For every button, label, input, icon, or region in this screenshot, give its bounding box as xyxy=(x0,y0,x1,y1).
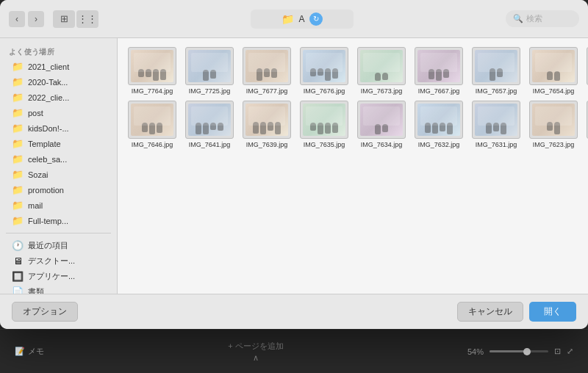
file-name: IMG_7652.jpg xyxy=(585,87,588,95)
content-area: よく使う場所 📁 2021_client 📁 2020-Tak... 📁 202… xyxy=(0,38,588,294)
sidebar-item-label: post xyxy=(28,109,105,117)
back-icon: ‹ xyxy=(15,14,18,24)
folder-icon: 📁 xyxy=(12,61,24,72)
zoom-percent: 54% xyxy=(467,347,484,356)
view-list-button[interactable]: ⋮⋮ xyxy=(76,10,98,28)
file-item[interactable]: IMG_7621.jpg xyxy=(585,101,588,148)
file-name: IMG_7631.jpg xyxy=(470,141,522,148)
sidebar-item-label: デスクトー... xyxy=(28,256,105,267)
sidebar-item-label: kidsDon!-... xyxy=(28,124,105,133)
sidebar-item-library[interactable]: 📄 書類 xyxy=(3,284,114,294)
file-item[interactable]: IMG_7623.jpg xyxy=(528,101,579,148)
file-item[interactable]: IMG_7634.jpg xyxy=(356,101,407,148)
folder-icon: 📁 xyxy=(12,138,24,149)
file-item[interactable]: IMG_7764.jpg xyxy=(126,47,178,95)
sidebar-item-2020tak[interactable]: 📁 2020-Tak... xyxy=(3,74,114,90)
memo-label: メモ xyxy=(28,346,44,357)
sidebar-item-mail[interactable]: 📁 mail xyxy=(3,198,114,213)
file-area: IMG_7764.jpgIMG_7725.jpgIMG_7677.jpgIMG_… xyxy=(118,38,588,294)
options-button[interactable]: オプション xyxy=(12,302,78,322)
finder-dialog: ‹ › ⊞ ⋮⋮ 📁 A ↻ 🔍 検索 xyxy=(0,0,588,329)
file-item[interactable]: IMG_7639.jpg xyxy=(241,101,293,148)
location-bar[interactable]: 📁 A ↻ xyxy=(251,10,354,29)
zoom-fill xyxy=(490,350,525,352)
folder-icon: 📁 xyxy=(12,169,24,180)
sidebar-item-kidsdont[interactable]: 📁 kidsDon!-... xyxy=(3,120,114,136)
zoom-controls: 54% ⊡ ⤢ xyxy=(467,347,573,356)
file-grid-row-1: IMG_7764.jpgIMG_7725.jpgIMG_7677.jpgIMG_… xyxy=(126,47,579,95)
sidebar-item-2021client[interactable]: 📁 2021_client xyxy=(3,59,114,74)
note-icon: 📝 xyxy=(15,347,25,356)
file-item[interactable]: IMG_7646.jpg xyxy=(126,101,178,148)
sidebar: よく使う場所 📁 2021_client 📁 2020-Tak... 📁 202… xyxy=(0,38,118,294)
file-item[interactable]: IMG_7676.jpg xyxy=(298,47,350,95)
file-item[interactable]: IMG_7631.jpg xyxy=(470,101,522,148)
sidebar-item-post[interactable]: 📁 post xyxy=(3,105,114,120)
search-placeholder: 検索 xyxy=(526,13,542,24)
folder-icon: 📁 xyxy=(282,13,294,25)
file-item[interactable]: IMG_7725.jpg xyxy=(184,47,235,95)
file-grid-row-2: IMG_7646.jpgIMG_7641.jpgIMG_7639.jpgIMG_… xyxy=(126,101,579,148)
file-name: IMG_7632.jpg xyxy=(413,141,465,148)
sidebar-item-label: 2021_client xyxy=(28,62,105,71)
forward-button[interactable]: › xyxy=(28,11,44,27)
file-item[interactable]: IMG_7641.jpg xyxy=(184,101,235,148)
open-button[interactable]: 開く xyxy=(529,302,576,322)
file-item[interactable]: IMG_7635.jpg xyxy=(298,101,350,148)
location-text: A xyxy=(298,14,304,24)
sidebar-item-label: 2022_clie... xyxy=(28,93,105,102)
sidebar-item-fulltemp[interactable]: 📁 Full-temp... xyxy=(3,213,114,228)
memo-area: 📝 メモ xyxy=(15,346,44,357)
view-icon-1[interactable]: ⊡ xyxy=(554,347,561,356)
desktop-icon: 🖥 xyxy=(12,256,24,267)
folder-icon: 📁 xyxy=(12,200,24,211)
file-item[interactable]: IMG_7657.jpg xyxy=(470,47,522,95)
forward-icon: › xyxy=(35,14,37,24)
sidebar-item-label: mail xyxy=(28,201,105,210)
sidebar-item-apps[interactable]: 🔲 アプリケー... xyxy=(3,269,114,284)
view-grid-button[interactable]: ⊞ xyxy=(53,10,75,28)
folder-icon: 📁 xyxy=(12,76,24,87)
sidebar-item-promotion[interactable]: 📁 promotion xyxy=(3,182,114,198)
zoom-handle[interactable] xyxy=(523,348,531,355)
file-name: IMG_7677.jpg xyxy=(241,87,293,95)
sidebar-item-sozai[interactable]: 📁 Sozai xyxy=(3,167,114,182)
file-name: IMG_7654.jpg xyxy=(528,87,579,95)
sidebar-item-celeb[interactable]: 📁 celeb_sa... xyxy=(3,151,114,167)
nav-buttons: ‹ › xyxy=(9,11,44,27)
add-page-area[interactable]: + ページを追加 ∧ xyxy=(228,341,283,363)
file-name: IMG_7667.jpg xyxy=(413,87,465,95)
file-name: IMG_7657.jpg xyxy=(470,87,522,95)
file-item[interactable]: IMG_7673.jpg xyxy=(356,47,407,95)
library-icon: 📄 xyxy=(12,286,24,294)
cancel-button[interactable]: キャンセル xyxy=(457,302,523,322)
file-name: IMG_7639.jpg xyxy=(241,141,293,148)
sidebar-item-desktop[interactable]: 🖥 デスクトー... xyxy=(3,253,114,269)
sidebar-item-2022cli[interactable]: 📁 2022_clie... xyxy=(3,90,114,105)
sidebar-item-template[interactable]: 📁 Template xyxy=(3,136,114,151)
file-name: IMG_7623.jpg xyxy=(528,141,579,148)
view-buttons: ⊞ ⋮⋮ xyxy=(53,10,98,28)
file-name: IMG_7621.jpg xyxy=(585,141,588,148)
file-name: IMG_7725.jpg xyxy=(184,87,235,95)
file-name: IMG_7646.jpg xyxy=(126,141,178,148)
view-icon-2[interactable]: ⤢ xyxy=(567,347,573,356)
location-refresh[interactable]: ↻ xyxy=(309,12,323,26)
back-button[interactable]: ‹ xyxy=(9,11,25,27)
dialog-actions: キャンセル 開く xyxy=(457,302,576,322)
search-box[interactable]: 🔍 検索 xyxy=(506,10,579,27)
grid-icon: ⊞ xyxy=(60,13,68,24)
sidebar-item-recent[interactable]: 🕐 最近の項目 xyxy=(3,238,114,253)
refresh-icon: ↻ xyxy=(313,15,319,23)
file-item[interactable]: IMG_7667.jpg xyxy=(413,47,465,95)
sidebar-divider-1 xyxy=(6,233,111,233)
file-name: IMG_7635.jpg xyxy=(298,141,350,148)
folder-icon: 📁 xyxy=(12,123,24,134)
file-item[interactable]: IMG_7677.jpg xyxy=(241,47,293,95)
file-item[interactable]: IMG_7652.jpg xyxy=(585,47,588,95)
file-item[interactable]: IMG_7632.jpg xyxy=(413,101,465,148)
file-item[interactable]: IMG_7654.jpg xyxy=(528,47,579,95)
zoom-slider[interactable] xyxy=(490,350,548,352)
sidebar-item-label: 書類 xyxy=(28,286,105,294)
folder-icon: 📁 xyxy=(12,184,24,195)
